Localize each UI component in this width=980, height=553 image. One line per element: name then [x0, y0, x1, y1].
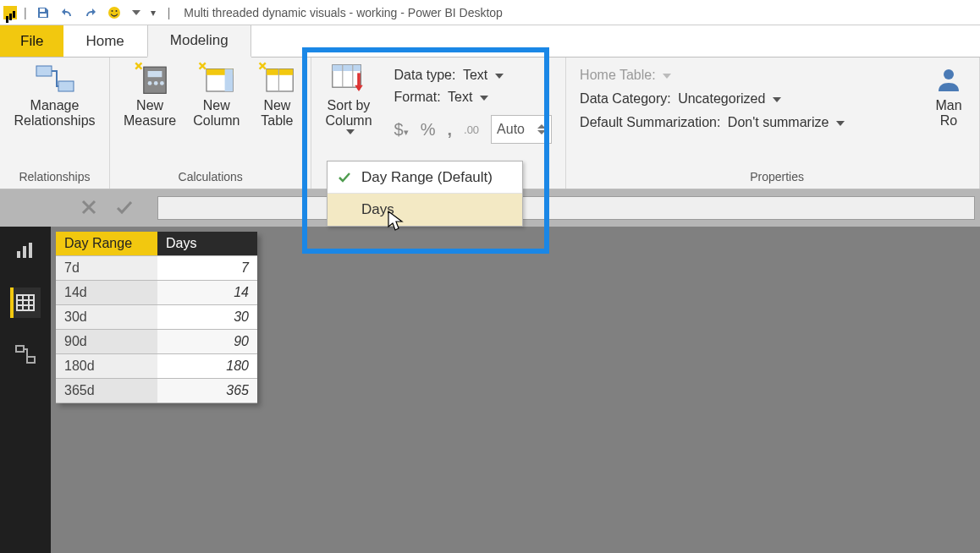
dropdown-item-day-range[interactable]: Day Range (Default): [328, 162, 522, 194]
sort-icon: [328, 64, 369, 95]
window-title: Multi threaded dynamic visuals - working…: [184, 6, 503, 19]
table-row[interactable]: 7d7: [56, 256, 257, 281]
svg-rect-8: [148, 71, 162, 77]
column-header-day-range[interactable]: Day Range: [56, 232, 157, 256]
group-properties-label: Properties: [580, 168, 974, 189]
svg-point-22: [944, 69, 954, 79]
sort-dropdown-caret-icon: [346, 129, 355, 134]
qat-separator2: ▾: [151, 7, 156, 19]
table-row[interactable]: 365d365: [56, 379, 257, 403]
new-table-button[interactable]: New Table: [248, 63, 306, 131]
table-row[interactable]: 30d30: [56, 305, 257, 330]
manage-roles-label: Man Ro: [935, 98, 961, 129]
svg-rect-5: [36, 66, 52, 76]
table-row[interactable]: 180d180: [56, 354, 257, 379]
tab-home[interactable]: Home: [63, 25, 146, 57]
manage-roles-button[interactable]: Man Ro: [920, 63, 977, 131]
data-type-caret-icon: [495, 74, 504, 79]
qat-dropdown-icon[interactable]: [132, 10, 140, 15]
formula-input[interactable]: [157, 196, 975, 220]
nav-model-icon[interactable]: [10, 340, 41, 370]
cell-days: 30: [157, 305, 257, 330]
data-category-caret-icon: [773, 97, 781, 102]
ribbon-tabs: File Home Modeling: [0, 25, 980, 57]
default-sum-value: Don't summarize: [728, 115, 829, 129]
nav-report-icon[interactable]: [10, 235, 41, 266]
check-icon: [328, 170, 361, 185]
qat-separator: |: [24, 6, 27, 19]
table-row[interactable]: 14d14: [56, 281, 257, 305]
decimal-icon[interactable]: .00: [464, 123, 479, 136]
dropdown-item-days[interactable]: Days: [328, 194, 522, 226]
home-table-row[interactable]: Home Table:: [580, 68, 845, 83]
svg-rect-32: [27, 357, 35, 363]
percent-icon[interactable]: %: [421, 120, 436, 140]
smiley-icon[interactable]: [105, 3, 124, 22]
new-table-label: New Table: [261, 98, 293, 129]
nav-data-icon[interactable]: [10, 287, 41, 318]
svg-point-11: [160, 81, 164, 85]
svg-rect-26: [17, 295, 34, 310]
cell-range: 14d: [56, 281, 157, 305]
tab-file[interactable]: File: [0, 25, 63, 57]
new-measure-icon: [129, 64, 170, 95]
decimal-places-input[interactable]: Auto: [491, 115, 552, 144]
data-type-row[interactable]: Data type: Text: [394, 68, 553, 83]
relationships-icon: [35, 64, 75, 95]
group-relationships: Manage Relationships Relationships: [0, 57, 110, 189]
currency-icon[interactable]: $▾: [394, 120, 409, 140]
data-category-row[interactable]: Data Category: Uncategorized: [580, 91, 845, 107]
sort-by-column-button[interactable]: Sort by Column: [317, 63, 380, 136]
new-measure-button[interactable]: New Measure: [115, 63, 184, 131]
format-caret-icon: [480, 96, 488, 101]
svg-rect-24: [23, 246, 26, 258]
cell-days: 90: [157, 330, 257, 354]
svg-rect-1: [40, 14, 47, 17]
svg-rect-19: [333, 65, 361, 71]
formula-commit-icon[interactable]: [115, 198, 134, 219]
new-column-icon: [196, 64, 237, 95]
tab-modeling[interactable]: Modeling: [147, 25, 251, 57]
svg-rect-6: [58, 81, 74, 91]
default-summarization-row[interactable]: Default Summarization: Don't summarize: [580, 115, 845, 130]
undo-icon[interactable]: [58, 3, 76, 22]
data-type-value: Text: [463, 68, 487, 82]
sort-by-column-label: Sort by Column: [325, 98, 372, 129]
formula-cancel-icon[interactable]: [80, 198, 98, 219]
save-icon[interactable]: [34, 3, 52, 22]
dropdown-item-label: Days: [361, 201, 394, 218]
new-column-button[interactable]: New Column: [184, 63, 248, 131]
default-sum-caret-icon: [836, 121, 845, 126]
new-column-label: New Column: [193, 98, 239, 129]
svg-point-10: [154, 81, 158, 85]
svg-rect-7: [144, 68, 166, 94]
spinner-icon[interactable]: [537, 124, 546, 134]
svg-point-4: [115, 10, 117, 12]
svg-rect-14: [224, 69, 233, 91]
group-calculations: New Measure New Column New Table Calcula…: [110, 57, 311, 189]
manage-relationships-button[interactable]: Manage Relationships: [5, 63, 103, 131]
cell-range: 180d: [56, 354, 157, 379]
dropdown-item-label: Day Range (Default): [361, 169, 493, 186]
table-row[interactable]: 90d90: [56, 330, 257, 354]
redo-icon[interactable]: [81, 3, 100, 22]
format-row[interactable]: Format: Text: [394, 90, 553, 105]
svg-point-9: [148, 81, 152, 85]
auto-label: Auto: [497, 122, 525, 137]
format-label: Format:: [394, 90, 441, 104]
app-logo-icon: [3, 6, 17, 19]
cell-range: 90d: [56, 330, 157, 354]
titlebar: | ▾ | Multi threaded dynamic visuals - w…: [0, 0, 980, 25]
data-table: Day Range Days 7d7 14d14 30d30 90d90 180…: [56, 232, 257, 403]
default-sum-label: Default Summarization:: [580, 115, 720, 129]
data-category-value: Uncategorized: [678, 91, 765, 106]
group-calculations-label: Calculations: [115, 168, 306, 189]
svg-rect-23: [17, 251, 20, 258]
data-category-label: Data Category:: [580, 91, 671, 106]
comma-icon[interactable]: ,: [447, 120, 452, 140]
cell-range: 30d: [56, 305, 157, 330]
svg-point-3: [111, 10, 113, 12]
column-header-days[interactable]: Days: [157, 232, 257, 256]
new-measure-label: New Measure: [124, 98, 176, 129]
svg-rect-16: [267, 69, 293, 75]
